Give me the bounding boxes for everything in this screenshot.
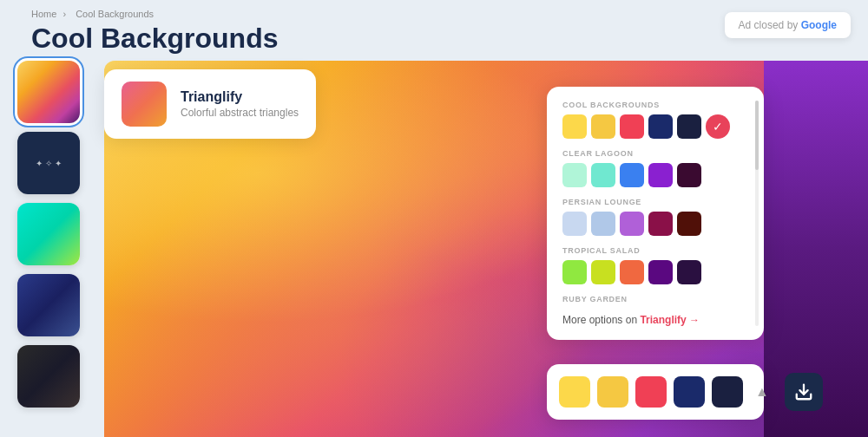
swatch-lagoon-4[interactable] xyxy=(648,163,673,187)
palette-scrollbar[interactable] xyxy=(755,101,759,326)
palette-section-ruby: RUBY GARDEN xyxy=(562,295,748,303)
bottom-swatch-2[interactable] xyxy=(597,376,628,408)
ad-brand: Google xyxy=(801,19,837,31)
sidebar-item-trianglify[interactable] xyxy=(17,61,80,123)
active-card-info: Trianglify Colorful abstract triangles xyxy=(181,89,299,119)
swatch-cool-4[interactable] xyxy=(648,114,673,139)
bottom-swatch-4[interactable] xyxy=(674,376,705,408)
thumb-blue-dark xyxy=(17,274,80,336)
download-button[interactable] xyxy=(785,373,823,411)
bottom-swatch-3[interactable] xyxy=(635,376,667,408)
thumb-gradient xyxy=(17,203,80,265)
palette-panel: COOL BACKGROUNDS ✓ CLEAR LAGOON PERSIAN … xyxy=(547,87,764,340)
swatch-cool-2[interactable] xyxy=(591,114,615,139)
swatch-lagoon-2[interactable] xyxy=(591,163,615,187)
palette-label-tropical: TROPICAL SALAD xyxy=(562,246,748,255)
sidebar xyxy=(17,61,95,408)
color-row-persian xyxy=(562,212,748,236)
active-card: Trianglify Colorful abstract triangles xyxy=(104,69,316,139)
swatch-cool-5[interactable] xyxy=(677,114,701,139)
swatch-tropical-3[interactable] xyxy=(620,260,644,284)
swatch-lagoon-5[interactable] xyxy=(677,163,701,187)
thumb-stars xyxy=(17,132,80,194)
active-card-thumbnail xyxy=(122,82,167,127)
breadcrumb-home[interactable]: Home xyxy=(31,9,56,19)
bottom-bar: ▲ xyxy=(547,364,764,420)
bottom-swatch-1[interactable] xyxy=(559,376,590,408)
swatch-tropical-4[interactable] xyxy=(648,260,673,284)
color-row-cool: ✓ xyxy=(562,114,748,139)
palette-label-ruby: RUBY GARDEN xyxy=(562,295,748,303)
palette-section-tropical: TROPICAL SALAD xyxy=(562,246,748,284)
color-row-lagoon xyxy=(562,163,748,187)
breadcrumb: Home › Cool Backgrounds xyxy=(31,9,837,19)
palette-section-lagoon: CLEAR LAGOON xyxy=(562,149,748,187)
palette-label-cool: COOL BACKGROUNDS xyxy=(562,101,748,109)
color-row-tropical xyxy=(562,260,748,284)
ad-text: Ad closed by xyxy=(739,19,799,31)
triangle-icon[interactable]: ▲ xyxy=(750,380,774,404)
sidebar-item-stars[interactable] xyxy=(17,132,80,194)
palette-link-prefix: More options on xyxy=(562,314,637,326)
palette-section-persian: PERSIAN LOUNGE xyxy=(562,198,748,236)
thumb-dark xyxy=(17,345,80,408)
bottom-swatch-5[interactable] xyxy=(712,376,743,408)
swatch-tropical-5[interactable] xyxy=(677,260,701,284)
palette-scrollbar-thumb xyxy=(755,101,759,170)
swatch-persian-4[interactable] xyxy=(648,212,673,236)
breadcrumb-sep1: › xyxy=(62,9,66,19)
swatch-persian-1[interactable] xyxy=(562,212,587,236)
swatch-persian-5[interactable] xyxy=(677,212,701,236)
swatch-persian-3[interactable] xyxy=(620,212,644,236)
swatch-tropical-2[interactable] xyxy=(591,260,615,284)
swatch-persian-2[interactable] xyxy=(591,212,615,236)
sidebar-item-gradient[interactable] xyxy=(17,203,80,265)
ad-banner: Ad closed by Google xyxy=(725,12,851,38)
active-card-description: Colorful abstract triangles xyxy=(181,107,299,119)
sidebar-item-blue-dark[interactable] xyxy=(17,274,80,336)
active-card-name: Trianglify xyxy=(181,89,299,105)
trianglify-link[interactable]: Trianglify → xyxy=(640,314,700,326)
palette-section-cool: COOL BACKGROUNDS ✓ xyxy=(562,101,748,139)
breadcrumb-current: Cool Backgrounds xyxy=(76,9,154,19)
palette-label-persian: PERSIAN LOUNGE xyxy=(562,198,748,206)
sidebar-item-dark[interactable] xyxy=(17,345,80,408)
swatch-cool-1[interactable] xyxy=(562,114,587,139)
swatch-lagoon-1[interactable] xyxy=(562,163,587,187)
palette-link: More options on Trianglify → xyxy=(562,314,748,326)
swatch-tropical-1[interactable] xyxy=(562,260,587,284)
thumb-trianglify xyxy=(17,61,80,123)
palette-label-lagoon: CLEAR LAGOON xyxy=(562,149,748,158)
swatch-cool-3[interactable] xyxy=(620,114,644,139)
selected-check[interactable]: ✓ xyxy=(706,114,730,139)
swatch-lagoon-3[interactable] xyxy=(620,163,644,187)
page-title: Cool Backgrounds xyxy=(31,23,837,55)
